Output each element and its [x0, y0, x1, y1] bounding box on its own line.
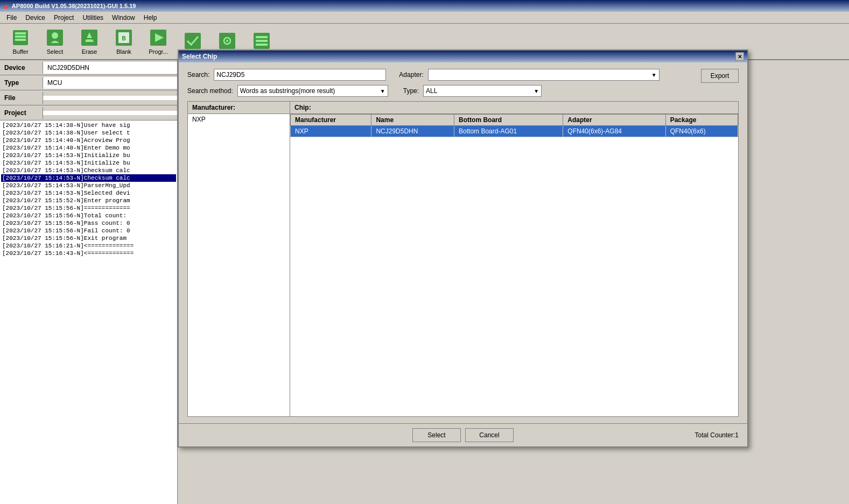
col-bottom-board: Bottom Board — [454, 115, 563, 126]
dialog-method-row: Search method: Words as substrings(more … — [187, 85, 739, 97]
svg-text:B: B — [122, 36, 125, 41]
col-manufacturer: Manufacturer — [291, 115, 371, 126]
menu-bar: File Device Project Utilities Window Hel… — [0, 12, 849, 24]
export-button[interactable]: Export — [701, 69, 739, 83]
log-line: [2023/10/27 15:15:52-N]Enter program — [1, 197, 176, 204]
log-line: [2023/10/27 15:15:56-N]Total count: — [1, 212, 176, 219]
batch-icon — [252, 31, 271, 51]
toolbar-blank-button[interactable]: B Blank — [108, 26, 140, 57]
menu-project[interactable]: Project — [50, 13, 78, 23]
menu-help[interactable]: Help — [139, 13, 162, 23]
log-line: [2023/10/27 15:15:56-N]Fail count: 0 — [1, 227, 176, 235]
project-row: Project — [0, 105, 177, 120]
chip-table-body: NXPNCJ29D5DHNBottom Board-AG01QFN40(6x6)… — [291, 126, 738, 137]
log-line: [2023/10/27 15:14:40-N]Enter Demo mo — [1, 144, 176, 152]
export-btn-wrapper: Export — [701, 69, 739, 83]
menu-device[interactable]: Device — [21, 13, 50, 23]
col-package: Package — [665, 115, 738, 126]
verify-icon — [183, 31, 202, 51]
log-line: [2023/10/27 15:14:53-N]Checksum calc — [1, 174, 176, 182]
toolbar-buffer-button[interactable]: Buffer — [4, 26, 37, 57]
toolbar-select-button[interactable]: Select — [39, 26, 71, 57]
manufacturer-item-nxp[interactable]: NXP — [188, 114, 290, 125]
buffer-icon — [11, 28, 30, 47]
log-line: [2023/10/27 15:14:53-N]ParserMng_Upd — [1, 182, 176, 189]
search-method-label: Search method: — [187, 87, 233, 95]
svg-rect-21 — [256, 44, 268, 46]
log-line: [2023/10/27 15:14:53-N]Selected devi — [1, 189, 176, 197]
log-area: [2023/10/27 15:14:38-N]User have sig[202… — [0, 120, 177, 504]
project-value — [43, 111, 177, 115]
svg-point-5 — [52, 32, 58, 39]
erase-icon — [80, 28, 99, 47]
type-label: Type — [0, 77, 43, 89]
log-line: [2023/10/27 15:15:56-N]============= — [1, 204, 176, 212]
log-line: [2023/10/27 15:16:21-N]<============= — [1, 242, 176, 250]
svg-rect-14 — [185, 33, 201, 49]
dialog-search-row: Search: Adapter: ▼ Export — [187, 69, 739, 81]
log-line: [2023/10/27 15:14:53-N]Initialize bu — [1, 152, 176, 159]
type-label: Type: — [403, 87, 419, 95]
device-row: Device NCJ29D5DHN — [0, 60, 177, 75]
total-counter: Total Counter:1 — [695, 431, 739, 439]
search-method-arrow: ▼ — [380, 88, 385, 94]
dialog-title: Select Chip — [182, 53, 217, 60]
log-line: [2023/10/27 15:15:56-N]Pass count: 0 — [1, 219, 176, 227]
toolbar-buffer-label: Buffer — [12, 48, 28, 55]
log-line: [2023/10/27 15:14:53-N]Checksum calc — [1, 167, 176, 174]
svg-rect-2 — [15, 36, 26, 38]
file-row: File — [0, 90, 177, 105]
menu-utilities[interactable]: Utilities — [78, 13, 108, 23]
dialog-buttons: Select Cancel — [412, 428, 514, 442]
log-line: [2023/10/27 15:15:56-N]Exit program — [1, 235, 176, 242]
adapter-dropdown[interactable]: ▼ — [428, 69, 659, 81]
toolbar-erase-button[interactable]: Erase — [73, 26, 106, 57]
svg-rect-19 — [256, 36, 268, 38]
chip-table-wrapper[interactable]: Manufacturer Name Bottom Board Adapter P… — [290, 114, 738, 416]
file-label: File — [0, 92, 43, 104]
dialog-close-button[interactable]: ✕ — [735, 52, 744, 61]
file-value — [43, 96, 177, 100]
select-button[interactable]: Select — [412, 428, 461, 442]
menu-file[interactable]: File — [2, 13, 21, 23]
chip-table-area: Manufacturer: NXP Chip: Manufacturer — [187, 101, 739, 417]
left-panel: Device NCJ29D5DHN Type MCU File Project … — [0, 60, 178, 504]
title-bar: ▲ AP8000 Build V1.05.38(20231021)-GUI 1.… — [0, 0, 849, 12]
toolbar-program-button[interactable]: Progr... — [142, 26, 174, 57]
cancel-button[interactable]: Cancel — [465, 428, 514, 442]
dialog-bottom: Select Cancel Total Counter:1 — [179, 423, 747, 446]
svg-point-17 — [226, 40, 228, 42]
blank-icon: B — [114, 28, 134, 47]
log-line: [2023/10/27 15:16:43-N]<============= — [1, 250, 176, 257]
chip-table: Manufacturer Name Bottom Board Adapter P… — [290, 114, 738, 137]
select-icon — [45, 28, 65, 47]
device-value: NCJ29D5DHN — [43, 62, 177, 74]
chip-header: Chip: — [290, 102, 738, 114]
toolbar-program-label: Progr... — [149, 48, 167, 55]
menu-window[interactable]: Window — [108, 13, 139, 23]
search-method-value: Words as substrings(more result) — [240, 87, 335, 95]
manufacturer-list: NXP — [188, 114, 290, 416]
program-icon — [149, 28, 168, 47]
type-row: Type MCU — [0, 75, 177, 90]
svg-rect-1 — [15, 32, 26, 34]
app-title: AP8000 Build V1.05.38(20231021)-GUI 1.5.… — [12, 3, 136, 9]
search-method-dropdown[interactable]: Words as substrings(more result) ▼ — [237, 85, 388, 97]
toolbar-erase-label: Erase — [82, 48, 97, 55]
log-line: [2023/10/27 15:14:53-N]Initialize bu — [1, 159, 176, 167]
toolbar-select-label: Select — [47, 48, 64, 55]
svg-rect-20 — [256, 40, 268, 42]
search-input[interactable] — [214, 69, 386, 81]
col-name: Name — [371, 115, 454, 126]
log-line: [2023/10/27 15:14:38-N]User have sig — [1, 122, 176, 129]
adapter-label: Adapter: — [399, 71, 423, 79]
manufacturer-header: Manufacturer: — [188, 102, 290, 114]
table-row[interactable]: NXPNCJ29D5DHNBottom Board-AG01QFN40(6x6)… — [291, 126, 738, 137]
project-label: Project — [0, 107, 43, 119]
device-label: Device — [0, 62, 43, 74]
counter-wrapper: Total Counter:1 — [514, 431, 739, 439]
log-line: [2023/10/27 15:14:40-N]Acroview Prog — [1, 137, 176, 144]
type-dropdown[interactable]: ALL ▼ — [423, 85, 542, 97]
dialog-title-bar: Select Chip ✕ — [179, 51, 747, 62]
select-chip-dialog: Select Chip ✕ Search: Adapter: ▼ Export … — [178, 49, 748, 448]
